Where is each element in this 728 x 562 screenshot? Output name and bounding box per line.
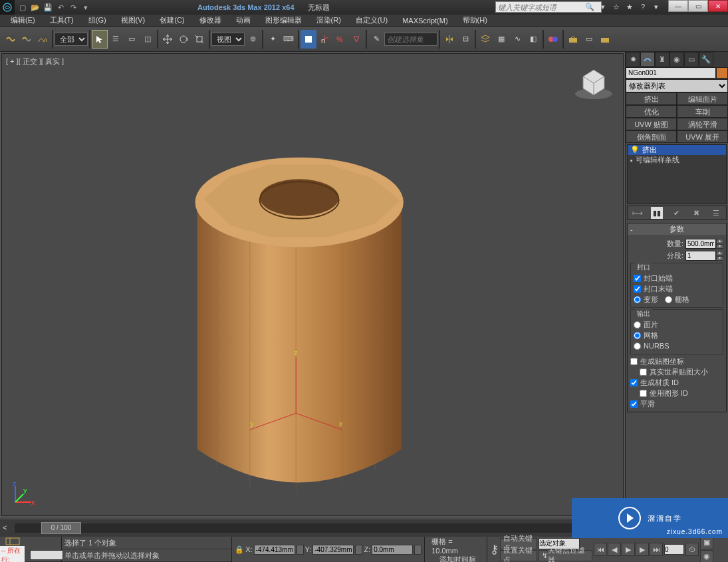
scale-icon[interactable] (191, 30, 207, 49)
open-icon[interactable]: 📂 (30, 2, 41, 13)
configure-sets-icon[interactable]: ☰ (710, 207, 722, 219)
redo-icon[interactable]: ↷ (68, 2, 78, 13)
cap-end-checkbox[interactable] (634, 285, 641, 293)
z-field[interactable] (372, 545, 413, 555)
modbtn-uvwmap[interactable]: UVW 贴图 (626, 118, 677, 130)
window-crossing-icon[interactable]: ◫ (140, 30, 156, 49)
amount-field[interactable] (685, 239, 716, 249)
material-editor-icon[interactable] (545, 30, 561, 49)
setkey-button[interactable]: 设置关键点 (500, 550, 537, 561)
modifier-list[interactable]: 修改器列表 (626, 79, 728, 92)
expand-icon[interactable]: ▪ (630, 156, 633, 164)
snap-angle-icon[interactable]: n (316, 30, 332, 49)
gen-matid-checkbox[interactable] (630, 379, 638, 386)
orbit-icon[interactable]: ◉ (700, 550, 713, 563)
render-frame-icon[interactable]: ▭ (581, 30, 597, 49)
menu-graph[interactable]: 图形编辑器 (259, 15, 308, 26)
snap-percent-icon[interactable]: % (332, 30, 348, 49)
mesh-radio[interactable] (634, 332, 641, 339)
menu-group[interactable]: 组(G) (82, 15, 113, 26)
graphite-icon[interactable]: ▦ (493, 30, 509, 49)
modbtn-turbosmooth[interactable]: 涡轮平滑 (677, 118, 728, 130)
goto-start-icon[interactable]: ⏮ (594, 543, 607, 556)
prev-frame-icon[interactable]: ◀ (608, 543, 621, 556)
menu-help[interactable]: 帮助(H) (456, 15, 494, 26)
link-icon[interactable] (3, 30, 19, 49)
select-region-icon[interactable]: ▭ (124, 30, 140, 49)
help-arrow-icon[interactable]: ▾ (651, 1, 662, 12)
remove-modifier-icon[interactable]: ✖ (691, 207, 703, 219)
stack-extrude[interactable]: 💡 挤出 (628, 145, 726, 155)
modbtn-editpatch[interactable]: 编辑面片 (677, 92, 728, 105)
undo-icon[interactable]: ↶ (55, 2, 66, 13)
modifier-stack[interactable]: 💡 挤出 ▪ 可编辑样条线 (627, 144, 727, 204)
save-icon[interactable]: 💾 (43, 2, 53, 13)
modbtn-bevelprofile[interactable]: 倒角剖面 (626, 130, 677, 143)
modbtn-unwrap[interactable]: UVW 展开 (677, 130, 728, 143)
schematic-icon[interactable]: ◧ (525, 30, 541, 49)
hierarchy-tab-icon[interactable]: ♜ (655, 52, 669, 67)
modbtn-optimize[interactable]: 优化 (626, 105, 677, 118)
morph-radio[interactable] (634, 296, 641, 303)
make-unique-icon[interactable]: ✔ (671, 207, 683, 219)
render-setup-icon[interactable] (565, 30, 581, 49)
menu-views[interactable]: 视图(V) (114, 15, 152, 26)
use-shapeid-checkbox[interactable] (640, 390, 647, 397)
menu-tools[interactable]: 工具(T) (43, 15, 80, 26)
exchange-icon[interactable]: ☆ (611, 1, 622, 12)
menu-animation[interactable]: 动画 (229, 15, 257, 26)
coord-system[interactable]: 视图 (211, 33, 245, 46)
y-field[interactable] (312, 545, 354, 555)
subscription-icon[interactable]: ▾ (598, 1, 608, 12)
object-name-field[interactable] (626, 67, 716, 78)
bind-space-warp-icon[interactable] (35, 30, 51, 49)
create-tab-icon[interactable]: ✹ (626, 52, 640, 67)
spin-up-icon[interactable]: ▲ (716, 251, 723, 256)
unlink-icon[interactable] (19, 30, 35, 49)
mirror-icon[interactable] (441, 30, 457, 49)
stack-editablespline[interactable]: ▪ 可编辑样条线 (628, 155, 726, 165)
help-icon[interactable]: ? (638, 1, 648, 12)
modify-tab-icon[interactable] (640, 52, 655, 67)
viewcube[interactable] (572, 62, 615, 104)
pin-stack-icon[interactable]: ⟼ (632, 207, 644, 219)
next-frame-icon[interactable]: ▶ (636, 543, 649, 556)
patch-radio[interactable] (634, 321, 641, 329)
modbtn-lathe[interactable]: 车削 (677, 105, 728, 118)
goto-end-icon[interactable]: ⏭ (650, 543, 663, 556)
x-field[interactable] (254, 545, 295, 555)
align-icon[interactable]: ⊟ (457, 30, 473, 49)
spin-up-icon[interactable]: ▲ (716, 239, 723, 244)
edit-named-sets-icon[interactable]: ✎ (368, 30, 384, 49)
selection-filter[interactable]: 全部 (55, 33, 88, 46)
timeline-left-icon[interactable]: < (3, 523, 12, 533)
render-icon[interactable] (597, 30, 613, 49)
move-icon[interactable] (160, 30, 176, 49)
snap-2d-icon[interactable] (301, 30, 316, 49)
menu-create[interactable]: 创建(C) (153, 15, 191, 26)
cap-start-checkbox[interactable] (634, 275, 641, 282)
menu-edit[interactable]: 编辑(E) (4, 15, 42, 26)
qat-dropdown-icon[interactable]: ▾ (80, 2, 91, 13)
menu-maxscript[interactable]: MAXScript(M) (396, 16, 454, 25)
play-icon[interactable]: ▶ (622, 543, 635, 556)
favorite-icon[interactable]: ★ (624, 1, 635, 12)
current-frame-field[interactable] (664, 544, 684, 555)
pivot-icon[interactable]: ⊕ (245, 30, 261, 49)
spinner-snap-icon[interactable] (348, 30, 364, 49)
viewport[interactable]: [ + ][ 正交 ][ 真实 ] (1, 53, 624, 516)
add-time-tag[interactable]: 添加时间标记 (439, 555, 479, 562)
app-icon[interactable] (0, 0, 15, 15)
spin-down-icon[interactable]: ▼ (716, 244, 723, 249)
named-selection-set[interactable] (384, 33, 437, 46)
minimize-button[interactable]: — (668, 0, 688, 12)
smooth-checkbox[interactable] (630, 400, 638, 408)
key-icon[interactable]: ⚷ (490, 542, 499, 557)
spin-down-icon[interactable]: ▼ (716, 256, 723, 261)
key-filter-button[interactable]: ↯关键点过滤器... (539, 550, 592, 561)
time-config-icon[interactable]: ⏲ (685, 543, 699, 556)
rotate-icon[interactable] (176, 30, 191, 49)
search-go-icon[interactable]: 🔍 (584, 1, 595, 12)
layer-manager-icon[interactable] (477, 30, 493, 49)
gen-map-checkbox[interactable] (630, 358, 638, 365)
